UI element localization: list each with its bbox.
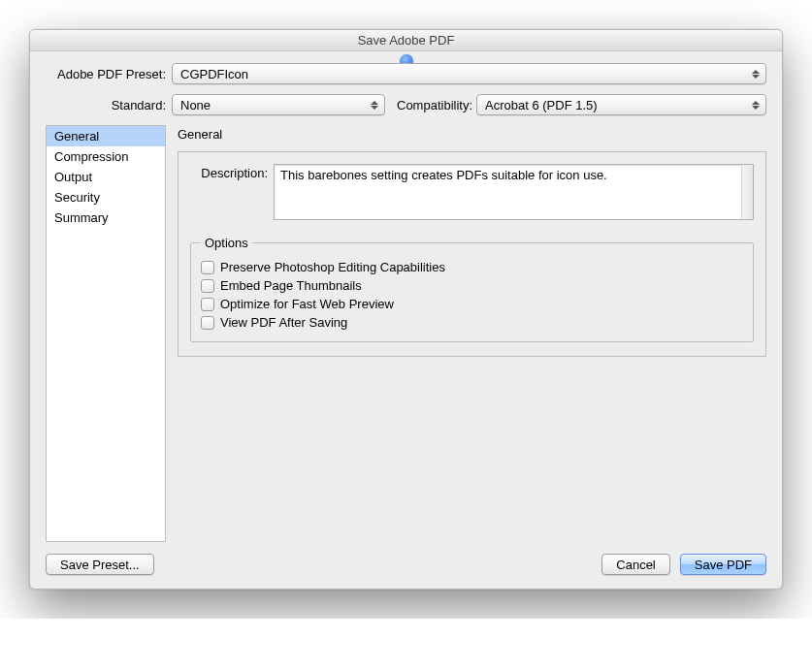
button-label: Save Preset... [60, 558, 140, 572]
option-optimize-fast-web[interactable]: Optimize for Fast Web Preview [201, 295, 743, 313]
option-label: Preserve Photoshop Editing Capabilities [220, 260, 445, 274]
category-sidebar: General Compression Output Security Summ… [46, 125, 166, 542]
option-preserve-editing[interactable]: Preserve Photoshop Editing Capabilities [201, 258, 743, 276]
updown-arrows-icon [366, 96, 383, 113]
compatibility-popup[interactable]: Acrobat 6 (PDF 1.5) [476, 94, 766, 115]
window-title: Save Adobe PDF [358, 33, 455, 48]
updown-arrows-icon [747, 65, 764, 82]
button-label: Save PDF [695, 558, 752, 572]
sidebar-item-label: General [54, 129, 99, 144]
compatibility-label: Compatibility: [397, 98, 472, 112]
options-group: Options Preserve Photoshop Editing Capab… [190, 236, 754, 342]
compatibility-value: Acrobat 6 (PDF 1.5) [485, 98, 598, 112]
description-label: Description: [190, 164, 274, 180]
sidebar-item-compression[interactable]: Compression [47, 146, 165, 167]
button-label: Cancel [616, 558, 655, 572]
settings-panel: General Description: This barebones sett… [178, 125, 766, 542]
sidebar-item-label: Output [54, 170, 92, 184]
sidebar-item-security[interactable]: Security [47, 187, 165, 207]
checkbox-icon[interactable] [201, 279, 214, 293]
preset-row: Adobe PDF Preset: CGPDFIcon [46, 63, 766, 84]
standard-label: Standard: [46, 98, 172, 112]
checkbox-icon[interactable] [201, 298, 214, 311]
main-area: General Compression Output Security Summ… [46, 125, 766, 542]
sidebar-item-output[interactable]: Output [47, 167, 165, 187]
sidebar-item-label: Compression [54, 149, 129, 164]
panel-title: General [178, 127, 766, 142]
updown-arrows-icon [747, 96, 764, 113]
footer: Save Preset... Cancel Save PDF [46, 554, 766, 575]
panel-inner: Description: This barebones setting crea… [178, 151, 766, 357]
sidebar-item-summary[interactable]: Summary [47, 207, 165, 228]
save-adobe-pdf-window: Save Adobe PDF Adobe PDF Preset: CGPDFIc… [29, 29, 783, 590]
description-text: This barebones setting creates PDFs suit… [280, 168, 607, 182]
preset-popup[interactable]: CGPDFIcon [172, 63, 766, 84]
preset-value: CGPDFIcon [180, 67, 248, 81]
description-textarea[interactable]: This barebones setting creates PDFs suit… [274, 164, 754, 220]
save-preset-button[interactable]: Save Preset... [46, 554, 154, 575]
sidebar-item-general[interactable]: General [47, 126, 165, 146]
save-pdf-button[interactable]: Save PDF [680, 554, 766, 575]
sidebar-item-label: Security [54, 190, 100, 205]
standard-value: None [180, 98, 211, 112]
standard-popup[interactable]: None [172, 94, 385, 115]
sidebar-item-label: Summary [54, 210, 109, 225]
scrollbar[interactable] [741, 165, 753, 219]
description-row: Description: This barebones setting crea… [190, 164, 754, 220]
standard-compat-row: Standard: None Compatibility: Acrobat 6 … [46, 94, 766, 115]
option-embed-thumbnails[interactable]: Embed Page Thumbnails [201, 276, 743, 295]
option-label: Optimize for Fast Web Preview [220, 297, 394, 311]
window-titlebar: Save Adobe PDF [30, 30, 782, 51]
option-view-after-saving[interactable]: View PDF After Saving [201, 313, 743, 332]
option-label: View PDF After Saving [220, 315, 347, 330]
options-legend: Options [201, 236, 252, 250]
window-content: Adobe PDF Preset: CGPDFIcon Standard: No… [30, 51, 782, 589]
option-label: Embed Page Thumbnails [220, 278, 362, 293]
checkbox-icon[interactable] [201, 316, 214, 330]
cancel-button[interactable]: Cancel [601, 554, 669, 575]
preset-label: Adobe PDF Preset: [46, 67, 172, 81]
checkbox-icon[interactable] [201, 261, 214, 274]
